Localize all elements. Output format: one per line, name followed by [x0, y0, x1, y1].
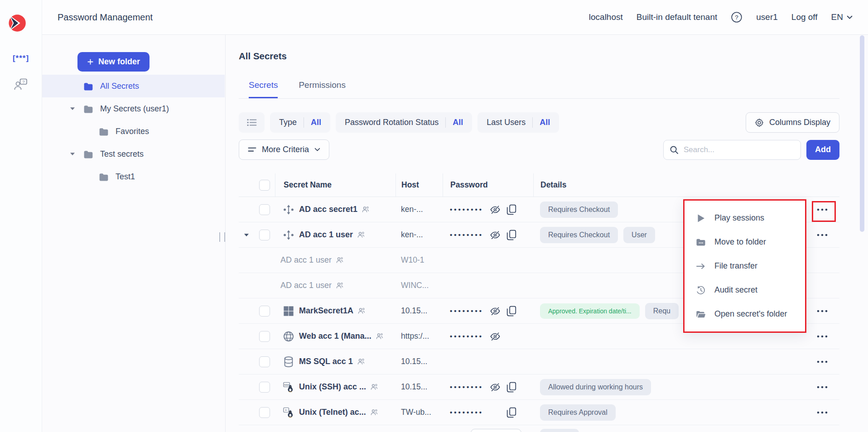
copy-password-icon[interactable] — [506, 381, 518, 393]
sidebar-folder-all-secrets[interactable]: All Secrets — [42, 75, 225, 97]
context-menu-label: File transfer — [714, 261, 757, 271]
row-checkbox[interactable] — [259, 230, 270, 240]
actions-cell — [800, 378, 839, 396]
new-folder-button[interactable]: New folder — [77, 52, 149, 72]
table-row-unix-telnet-ac[interactable]: >Unix (Telnet) ac...TW-ub...••••••••Requ… — [239, 400, 839, 425]
folder-icon — [83, 149, 94, 158]
table-row-ms-sql-acc-1[interactable]: MS SQL acc 110.15... — [239, 349, 839, 374]
shared-account-icon — [362, 206, 369, 213]
row-checkbox[interactable] — [259, 407, 270, 418]
copy-password-icon[interactable] — [506, 305, 518, 317]
context-menu-label: Audit secret — [714, 285, 757, 295]
column-header-secret-name[interactable]: Secret Name — [275, 173, 395, 197]
criteria-bar: More Criteria Add — [239, 139, 839, 160]
app-logo-icon[interactable] — [7, 13, 27, 33]
copy-password-icon[interactable] — [506, 229, 518, 241]
filter-label: Password Rotation Status — [345, 118, 439, 127]
secret-name-cell: AD acc 1 user — [275, 230, 395, 240]
shared-account-icon — [358, 307, 365, 314]
detail-chip: Approved. Expiration date/ti... — [540, 303, 640, 319]
sidebar-folder-my-secrets-user1[interactable]: My Secrets (user1) — [42, 97, 225, 120]
row-actions-button[interactable] — [812, 327, 832, 346]
sidebar-folder-test1[interactable]: Test1 — [42, 165, 225, 188]
add-button[interactable]: Add — [806, 140, 839, 160]
more-criteria-label: More Criteria — [262, 145, 309, 154]
context-menu-item-move-to-folder[interactable]: Move to folder — [685, 230, 805, 254]
logoff-link[interactable]: Log off — [791, 12, 818, 22]
secret-name: Unix (SSH) acc ... — [299, 382, 366, 392]
help-icon[interactable]: ? — [731, 11, 743, 23]
language-selector[interactable]: EN — [831, 12, 853, 22]
row-checkbox[interactable] — [259, 382, 270, 393]
reveal-password-icon[interactable] — [490, 229, 502, 241]
rail-nav: [***]? — [0, 51, 42, 92]
row-actions-button[interactable] — [812, 226, 832, 244]
row-checkbox[interactable] — [259, 306, 270, 317]
select-all-checkbox[interactable] — [259, 180, 270, 191]
filter-type[interactable]: TypeAll — [270, 112, 330, 133]
password-mask: •••••••• — [450, 383, 483, 391]
secret-name-cell: MS SQL acc 1 — [275, 356, 395, 367]
reveal-password-icon[interactable] — [490, 204, 502, 216]
host-cell: ken-... — [395, 230, 443, 240]
row-actions-button[interactable] — [812, 353, 832, 371]
table-row-unix-ssh-acc[interactable]: SSHUnix (SSH) acc ...10.15...••••••••All… — [239, 374, 839, 400]
tab-permissions[interactable]: Permissions — [299, 73, 345, 98]
highlight-actions-button — [812, 201, 836, 222]
context-menu-item-file-transfer[interactable]: File transfer — [685, 254, 805, 278]
filter-password-rotation-status[interactable]: Password Rotation StatusAll — [336, 112, 472, 133]
list-icon — [246, 118, 257, 127]
row-caret-down-icon[interactable] — [239, 233, 254, 237]
folder-label: My Secrets (user1) — [100, 104, 169, 114]
context-menu-item-play-sessions[interactable]: Play sessions — [685, 206, 805, 230]
filter-value: All — [540, 118, 550, 127]
file-transfer-icon — [695, 261, 706, 272]
context-menu-item-open-secret-s-folder[interactable]: Open secret's folder — [685, 302, 805, 326]
row-checkbox[interactable] — [259, 331, 270, 342]
copy-password-icon[interactable] — [506, 407, 518, 418]
more-criteria-button[interactable]: More Criteria — [239, 139, 329, 160]
host-cell: 10.15... — [395, 382, 443, 392]
password-cell: •••••••• — [443, 381, 533, 393]
password-cell: •••••••• — [443, 331, 533, 342]
row-actions-button[interactable] — [812, 302, 832, 320]
reveal-password-icon[interactable] — [490, 331, 502, 342]
sidebar-resize-handle[interactable] — [219, 232, 225, 242]
filter-label: Type — [279, 118, 297, 127]
sidebar-folder-favorites[interactable]: Favorites — [42, 120, 225, 143]
filter-value: All — [311, 118, 321, 127]
sidebar-folder-test-secrets[interactable]: Test secrets — [42, 143, 225, 165]
password-management-icon[interactable]: [***] — [11, 51, 31, 66]
username-label[interactable]: user1 — [756, 12, 778, 22]
column-header-details[interactable]: Details — [533, 173, 800, 197]
detail-chip: Requ — [645, 303, 679, 319]
svg-text:>: > — [285, 408, 287, 412]
user-help-icon[interactable]: ? — [11, 77, 31, 92]
reveal-password-icon[interactable] — [490, 381, 502, 393]
row-actions-button[interactable] — [812, 403, 832, 422]
list-view-button[interactable] — [239, 112, 265, 133]
row-actions-button[interactable] — [812, 378, 832, 396]
caret-down-icon[interactable] — [70, 152, 83, 156]
vertical-scrollbar[interactable] — [860, 35, 864, 232]
columns-display-button[interactable]: Columns Display — [746, 112, 839, 133]
search-input[interactable] — [663, 140, 801, 160]
filter-icon — [248, 147, 256, 153]
reveal-password-icon[interactable] — [490, 305, 502, 317]
tab-secrets[interactable]: Secrets — [249, 73, 278, 98]
filter-last-users[interactable]: Last UsersAll — [477, 112, 559, 133]
detail-chip: User — [623, 227, 655, 243]
copy-password-icon[interactable] — [506, 204, 518, 216]
row-checkbox[interactable] — [259, 356, 270, 367]
password-cell: •••••••• — [443, 229, 533, 241]
move-to-folder-icon — [695, 237, 706, 248]
svg-text:SSH: SSH — [284, 383, 289, 386]
column-header-host[interactable]: Host — [395, 173, 443, 197]
context-menu-item-audit-secret[interactable]: Audit secret — [685, 278, 805, 302]
chevron-down-icon — [314, 148, 320, 152]
column-header-password[interactable]: Password — [443, 173, 533, 197]
secret-name: AD acc 1 user — [280, 255, 332, 265]
row-checkbox[interactable] — [259, 204, 270, 215]
caret-down-icon[interactable] — [70, 107, 83, 110]
details-cell: Allowed during working hours — [533, 379, 800, 395]
